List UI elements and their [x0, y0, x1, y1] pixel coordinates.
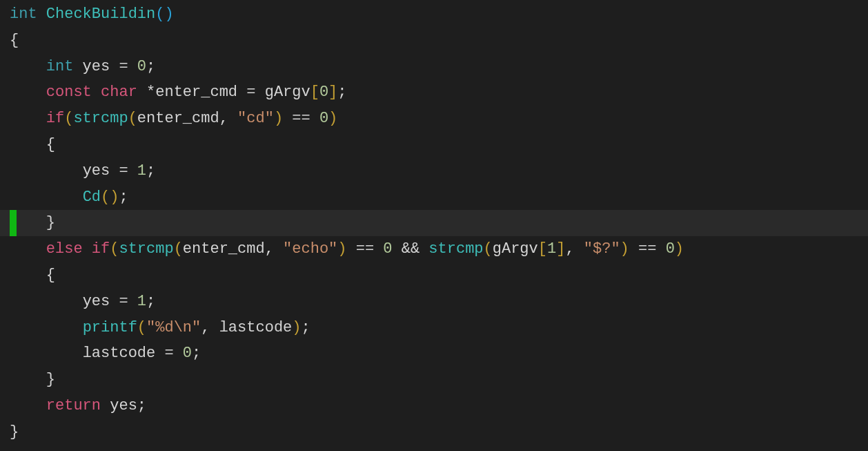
code-line[interactable]: {	[0, 28, 868, 54]
code-token: printf	[83, 319, 137, 336]
code-token: (	[155, 6, 164, 23]
indent	[10, 189, 83, 206]
code-token: char	[101, 84, 137, 101]
code-token: if	[92, 240, 110, 258]
indent	[10, 371, 46, 388]
code-token	[128, 162, 137, 180]
code-token: const	[46, 84, 92, 101]
code-token: [	[538, 240, 547, 258]
code-token: [	[310, 84, 319, 101]
code-token: ;	[337, 84, 346, 101]
code-line[interactable]: if(strcmp(enter_cmd, "cd") == 0)	[0, 106, 868, 132]
cursor-indicator	[10, 210, 17, 236]
code-token: ;	[146, 58, 155, 75]
code-token: )	[110, 189, 119, 206]
code-token	[420, 240, 428, 258]
code-token: )	[164, 6, 173, 23]
code-line[interactable]: int yes = 0;	[0, 54, 868, 80]
code-token: yes	[73, 58, 119, 75]
code-token	[374, 240, 383, 258]
code-token: ==	[292, 110, 310, 127]
code-token: yes	[83, 162, 119, 180]
code-token: (	[64, 110, 73, 127]
code-token: enter_cmd	[155, 84, 246, 101]
code-token: lastcode	[83, 345, 165, 362]
indent	[10, 162, 83, 180]
code-line[interactable]: const char *enter_cmd = gArgv[0];	[0, 79, 868, 106]
code-token: *	[146, 84, 155, 101]
code-token	[174, 345, 183, 362]
code-token: 0	[137, 58, 146, 75]
indent	[10, 58, 46, 75]
indent	[10, 345, 83, 362]
code-token: }	[46, 371, 55, 388]
code-token: (	[101, 189, 110, 206]
code-token: )	[620, 240, 629, 258]
code-token: =	[119, 162, 128, 180]
code-token: ]	[556, 240, 565, 258]
code-token: ]	[328, 84, 337, 101]
code-token	[128, 58, 137, 75]
code-line[interactable]: yes = 1;	[0, 289, 868, 315]
code-token: return	[46, 397, 101, 414]
code-token: )	[328, 110, 337, 127]
code-token: 1	[137, 162, 146, 180]
code-token: "%d\n"	[146, 319, 201, 336]
code-line[interactable]: }	[0, 210, 868, 236]
code-token: }	[10, 423, 19, 441]
code-token: int	[10, 6, 37, 23]
code-token: =	[119, 58, 128, 75]
code-token: enter_cmd	[183, 240, 265, 258]
code-token: (	[110, 240, 119, 258]
code-token: yes	[83, 293, 119, 310]
code-token: 0	[319, 84, 328, 101]
indent	[10, 110, 46, 127]
code-line[interactable]: lastcode = 0;	[0, 340, 868, 367]
code-editor[interactable]: int CheckBuildin(){ int yes = 0; const c…	[0, 0, 868, 451]
code-token: ;	[119, 189, 128, 206]
code-token: yes	[101, 397, 137, 414]
code-token: }	[46, 214, 55, 231]
code-token	[347, 240, 356, 258]
code-line[interactable]: return yes;	[0, 393, 868, 419]
code-token: ==	[638, 240, 656, 258]
code-token: {	[10, 32, 19, 49]
code-token: 0	[183, 345, 192, 362]
code-token	[274, 240, 283, 258]
code-token: =	[164, 345, 173, 362]
indent	[10, 267, 46, 284]
code-token	[283, 110, 292, 127]
code-line[interactable]: }	[0, 367, 868, 393]
code-token: 1	[137, 293, 146, 310]
code-line[interactable]: yes = 1;	[0, 158, 868, 184]
code-line[interactable]: }	[0, 419, 868, 445]
code-token: ;	[137, 397, 146, 414]
code-token: ;	[146, 162, 155, 180]
code-line[interactable]: {	[0, 262, 868, 289]
code-token: ;	[192, 345, 201, 362]
code-token	[83, 240, 92, 258]
code-line[interactable]: else if(strcmp(enter_cmd, "echo") == 0 &…	[0, 236, 868, 262]
code-token: lastcode	[210, 319, 292, 336]
code-line[interactable]: int CheckBuildin()	[0, 1, 868, 28]
indent	[10, 136, 46, 153]
code-token: gArgv	[493, 240, 538, 258]
indent	[10, 397, 46, 414]
code-token: {	[46, 267, 55, 284]
code-token: int	[46, 58, 74, 75]
code-token	[137, 84, 146, 101]
code-token	[92, 84, 101, 101]
code-token: else	[46, 240, 83, 258]
indent	[10, 293, 83, 310]
code-line[interactable]: Cd();	[0, 184, 868, 211]
indent	[10, 319, 83, 336]
code-token: )	[274, 110, 283, 127]
code-token: Cd	[83, 189, 101, 206]
code-token: strcmp	[73, 110, 128, 127]
code-line[interactable]: printf("%d\n", lastcode);	[0, 315, 868, 341]
code-token: )	[292, 319, 301, 336]
code-token: =	[246, 84, 255, 101]
code-line[interactable]: {	[0, 132, 868, 158]
code-token: )	[675, 240, 684, 258]
code-token: (	[137, 319, 146, 336]
